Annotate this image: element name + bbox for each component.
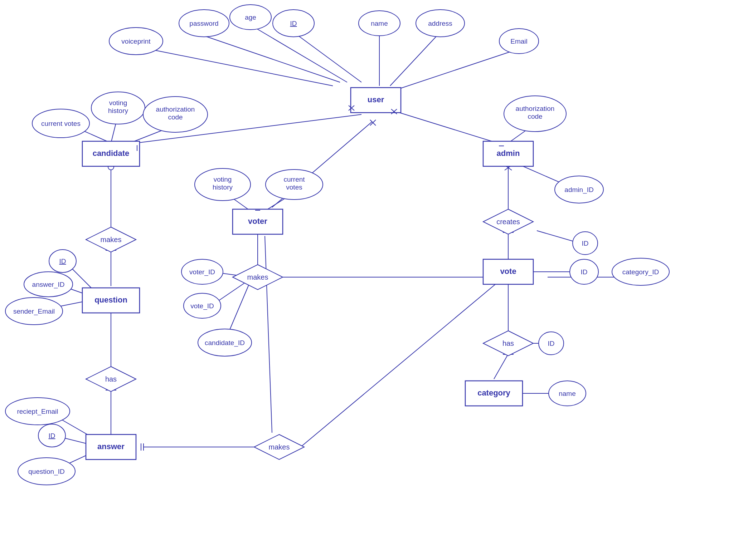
svg-line-3 [154,50,333,86]
svg-text:admin_ID: admin_ID [564,186,593,194]
svg-text:authorization: authorization [156,105,195,113]
svg-text:reciept_Email: reciept_Email [17,408,58,416]
svg-text:ID: ID [49,432,55,439]
svg-text:question_ID: question_ID [28,468,64,476]
svg-text:answer_ID: answer_ID [32,281,65,289]
svg-text:voting: voting [214,176,232,183]
svg-text:vote: vote [500,267,516,276]
svg-text:ID: ID [582,240,589,247]
svg-text:voiceprint: voiceprint [121,38,151,45]
svg-line-46 [494,354,508,379]
svg-text:category: category [477,388,510,397]
svg-text:candidate_ID: candidate_ID [205,339,245,347]
svg-text:password: password [189,20,218,27]
svg-line-65 [265,236,272,433]
svg-text:authorization: authorization [516,105,555,112]
svg-text:ID: ID [548,340,555,347]
svg-line-2 [204,36,340,82]
er-diagram: usercandidatevoteradminvotequestionanswe… [0,0,748,560]
svg-text:name: name [559,390,576,397]
svg-text:makes: makes [247,273,268,281]
svg-text:age: age [245,14,256,21]
svg-text:voting: voting [109,99,127,107]
svg-text:Email: Email [510,38,528,45]
svg-text:votes: votes [286,183,302,191]
svg-text:user: user [368,95,384,104]
svg-text:ID: ID [581,268,588,276]
svg-text:makes: makes [101,236,122,244]
svg-text:history: history [213,183,233,191]
svg-line-67 [301,283,497,447]
svg-line-9 [394,111,497,143]
svg-text:creates: creates [496,218,520,226]
svg-text:history: history [108,107,128,114]
svg-text:makes: makes [269,443,290,451]
svg-line-6 [397,50,515,89]
svg-text:sender_Email: sender_Email [13,308,55,315]
svg-text:address: address [428,20,452,27]
svg-text:current: current [283,176,305,183]
svg-text:voter: voter [248,217,267,226]
svg-text:current votes: current votes [41,120,81,127]
svg-text:vote_ID: vote_ID [190,302,214,310]
svg-text:ID: ID [59,257,66,265]
svg-text:code: code [528,113,542,120]
svg-line-0 [293,32,361,82]
svg-text:name: name [371,20,388,27]
svg-text:has: has [502,339,514,347]
svg-text:voter_ID: voter_ID [189,268,215,276]
svg-text:question: question [94,295,127,304]
svg-text:ID: ID [290,20,297,27]
svg-text:has: has [105,375,117,383]
svg-text:code: code [168,113,183,121]
svg-text:admin: admin [497,149,520,158]
svg-text:answer: answer [97,442,125,451]
svg-text:category_ID: category_ID [622,268,659,276]
svg-text:candidate: candidate [93,149,130,158]
